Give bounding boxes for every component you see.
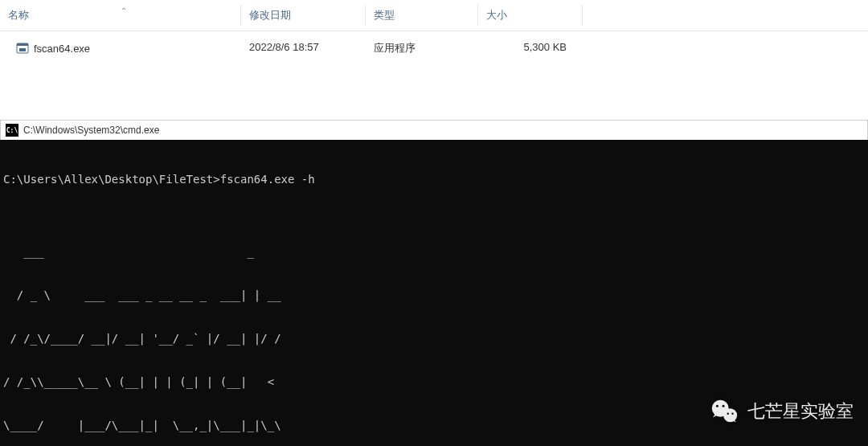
svg-rect-1 [17,43,28,46]
file-name-label: fscan64.exe [34,43,90,55]
file-row[interactable]: fscan64.exe 2022/8/6 18:57 应用程序 5,300 KB [0,31,868,65]
column-header-type-label: 类型 [374,9,395,21]
svg-point-6 [723,408,737,422]
file-name-cell: fscan64.exe [0,38,241,59]
cmd-line: / /_\/____/ __|/ __| '__/ _` |/ __| |/ / [0,331,868,346]
column-header-size[interactable]: 大小 [478,5,583,26]
cmd-titlebar[interactable]: C:\ C:\Windows\System32\cmd.exe [0,120,868,140]
file-size-label: 5,300 KB [524,41,567,53]
watermark: 七芒星实验室 [709,396,854,427]
column-header-type[interactable]: 类型 [366,5,478,26]
svg-point-7 [727,413,729,415]
file-explorer: 名称 ⌃ 修改日期 类型 大小 fscan64.exe 2022/8/6 18:… [0,0,868,65]
svg-point-8 [731,413,733,415]
cmd-line: / /_\\_____\__ \ (__| | | (_| | (__| < [0,374,868,389]
file-date-cell: 2022/8/6 18:57 [241,38,366,59]
file-size-cell: 5,300 KB [478,38,583,59]
wechat-icon [709,396,739,427]
exe-file-icon [16,42,29,55]
cmd-line: / _ \ ___ ___ _ __ __ _ ___| | __ [0,288,868,302]
explorer-column-headers: 名称 ⌃ 修改日期 类型 大小 [0,0,868,31]
svg-rect-2 [19,48,26,51]
cmd-line: ___ _ [0,244,868,259]
column-header-size-label: 大小 [486,9,507,21]
column-header-name-label: 名称 [8,8,29,23]
file-type-cell: 应用程序 [366,38,478,59]
sort-arrow-icon: ⌃ [121,6,127,15]
column-header-date[interactable]: 修改日期 [241,5,366,26]
svg-point-4 [716,405,719,407]
watermark-text: 七芒星实验室 [747,399,854,423]
cmd-icon: C:\ [6,124,18,137]
svg-point-5 [723,405,725,407]
column-header-name[interactable]: 名称 ⌃ [0,5,241,26]
file-type-label: 应用程序 [374,42,416,54]
cmd-title-label: C:\Windows\System32\cmd.exe [23,125,159,136]
cmd-line: C:\Users\Allex\Desktop\FileTest>fscan64.… [0,172,868,186]
file-date-label: 2022/8/6 18:57 [249,41,319,53]
column-header-date-label: 修改日期 [249,9,291,21]
